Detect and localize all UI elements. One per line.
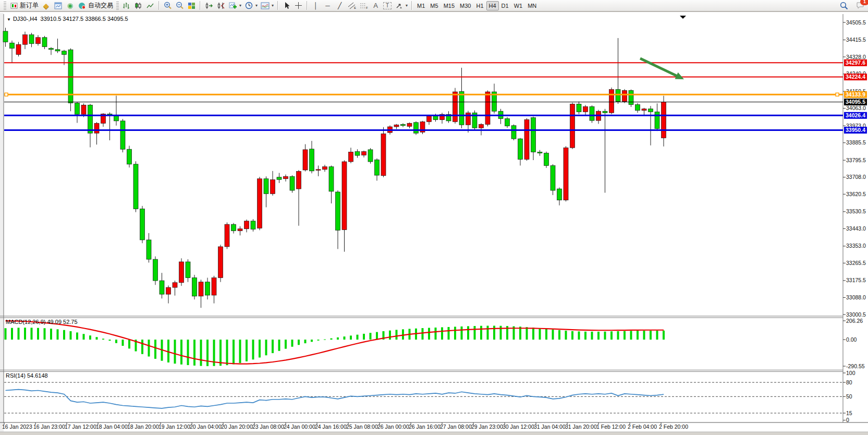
- tile-windows-icon: [187, 2, 196, 10]
- auto-trading-icon: [78, 2, 87, 10]
- zoom-out-button[interactable]: [174, 1, 186, 11]
- candle: [635, 105, 640, 111]
- timeframe-m5-button[interactable]: M5: [427, 1, 441, 10]
- candle: [342, 162, 347, 230]
- toolbar: 新订单 ◆ ◉ 自动交易: [0, 0, 868, 12]
- candle: [655, 112, 659, 128]
- candle: [264, 179, 268, 194]
- notifications-button[interactable]: 1: [854, 1, 866, 11]
- candlestick-chart-button[interactable]: [132, 1, 144, 11]
- timeframe-m30-button[interactable]: M30: [457, 1, 473, 10]
- chart-title-dropdown-icon[interactable]: ▼: [7, 17, 11, 22]
- candle: [303, 150, 308, 170]
- svg-text:33088.0: 33088.0: [846, 294, 866, 300]
- vertical-line-button[interactable]: │: [310, 1, 322, 11]
- candle: [570, 104, 575, 148]
- zoom-in-button[interactable]: [162, 1, 174, 11]
- tile-windows-button[interactable]: [186, 1, 198, 11]
- svg-text:33885.5: 33885.5: [846, 139, 866, 146]
- auto-scroll-button[interactable]: [203, 1, 215, 11]
- timeframe-w1-button[interactable]: W1: [511, 1, 525, 10]
- svg-text:31 Jan 04:00: 31 Jan 04:00: [534, 424, 566, 430]
- candle: [466, 113, 471, 125]
- timeframe-mn-button[interactable]: MN: [525, 1, 539, 10]
- svg-text:33795.5: 33795.5: [846, 157, 866, 163]
- candle: [153, 259, 158, 281]
- new-order-button[interactable]: 新订单: [8, 1, 40, 11]
- toolbar-grip[interactable]: [116, 2, 119, 10]
- candle: [179, 262, 184, 283]
- svg-text:33530.5: 33530.5: [846, 208, 866, 214]
- candle: [323, 167, 327, 170]
- crosshair-button[interactable]: [292, 1, 304, 11]
- trendline-button[interactable]: ╱: [334, 1, 346, 11]
- candle: [94, 123, 99, 133]
- chart-title: ▼DJ30-,H4 33910.5 34127.5 33866.5 34095.…: [7, 16, 128, 22]
- svg-text:34224.4: 34224.4: [846, 74, 865, 80]
- candle: [368, 150, 373, 162]
- svg-text:34297.6: 34297.6: [846, 59, 865, 66]
- candle: [557, 189, 562, 200]
- indicators-button[interactable]: ▾: [227, 1, 243, 11]
- search-icon: [839, 2, 848, 10]
- svg-text:34133.9: 34133.9: [846, 91, 865, 98]
- indicators-add-icon: [228, 2, 237, 10]
- timeframe-h1-button[interactable]: H1: [473, 1, 486, 10]
- timeframe-h4-button[interactable]: H4: [486, 1, 499, 10]
- svg-text:50: 50: [846, 393, 852, 400]
- cursor-button[interactable]: [280, 1, 292, 11]
- candle: [622, 90, 627, 101]
- candle: [544, 153, 549, 166]
- periods-button[interactable]: ▾: [243, 1, 259, 11]
- toolbar-grip[interactable]: [4, 2, 6, 10]
- line-handle[interactable]: [5, 93, 8, 96]
- candle: [662, 102, 666, 138]
- candle: [511, 126, 516, 139]
- candle: [75, 103, 80, 115]
- chart-ohlc-values: 33910.5 34127.5 33866.5 34095.5: [41, 16, 128, 22]
- chart-symbol-period: DJ30-,H4: [13, 16, 37, 22]
- timeframe-m15-button[interactable]: M15: [441, 1, 457, 10]
- market-button[interactable]: ◆: [40, 1, 52, 11]
- arrows-tool-button[interactable]: ▾: [393, 1, 409, 11]
- candle: [88, 105, 93, 133]
- candle: [133, 164, 138, 209]
- text-button[interactable]: A: [370, 1, 382, 11]
- mt4-window: 新订单 ◆ ◉ 自动交易: [0, 0, 868, 435]
- svg-text:19 Jan 12:00: 19 Jan 12:00: [158, 424, 190, 430]
- svg-text:33950.4: 33950.4: [846, 127, 865, 133]
- candle: [642, 109, 646, 111]
- chart-shift-button[interactable]: [215, 1, 227, 11]
- timeframe-d1-button[interactable]: D1: [499, 1, 511, 10]
- charts-window-button[interactable]: [52, 1, 64, 11]
- line-chart-button[interactable]: [144, 1, 156, 11]
- svg-text:33708.0: 33708.0: [846, 174, 866, 180]
- chart-area[interactable]: 34505.534415.534328.034240.034150.534063…: [0, 0, 868, 435]
- candle: [590, 106, 594, 120]
- text-label-button[interactable]: T: [382, 1, 393, 11]
- horizontal-line-button[interactable]: ─: [322, 1, 334, 11]
- bar-chart-button[interactable]: [120, 1, 132, 11]
- svg-text:33175.5: 33175.5: [846, 277, 866, 283]
- time-axis[interactable]: 16 Jan 202316 Jan 23:0017 Jan 12:0018 Ja…: [2, 422, 688, 430]
- equidistant-channel-button[interactable]: E: [346, 1, 358, 11]
- auto-trading-button[interactable]: 自动交易: [76, 1, 115, 11]
- candle: [297, 172, 301, 189]
- candle: [42, 38, 47, 47]
- line-handle[interactable]: [836, 93, 839, 96]
- candle: [407, 123, 412, 126]
- macd-label: MACD(12,26,9) 49.09 52.75: [6, 319, 78, 325]
- svg-text:33265.5: 33265.5: [846, 260, 866, 266]
- candle: [3, 31, 8, 42]
- candle: [459, 91, 464, 125]
- candle: [173, 283, 177, 287]
- fibonacci-button[interactable]: F: [358, 1, 370, 11]
- bar-chart-icon: [122, 2, 131, 10]
- templates-button[interactable]: ▾: [259, 1, 275, 11]
- candle: [49, 49, 54, 50]
- search-button[interactable]: [838, 1, 850, 11]
- equidistant-channel-icon: E: [347, 2, 356, 10]
- timeframe-m1-button[interactable]: M1: [414, 1, 427, 10]
- candle: [23, 35, 28, 45]
- signals-button[interactable]: ◉: [64, 1, 76, 11]
